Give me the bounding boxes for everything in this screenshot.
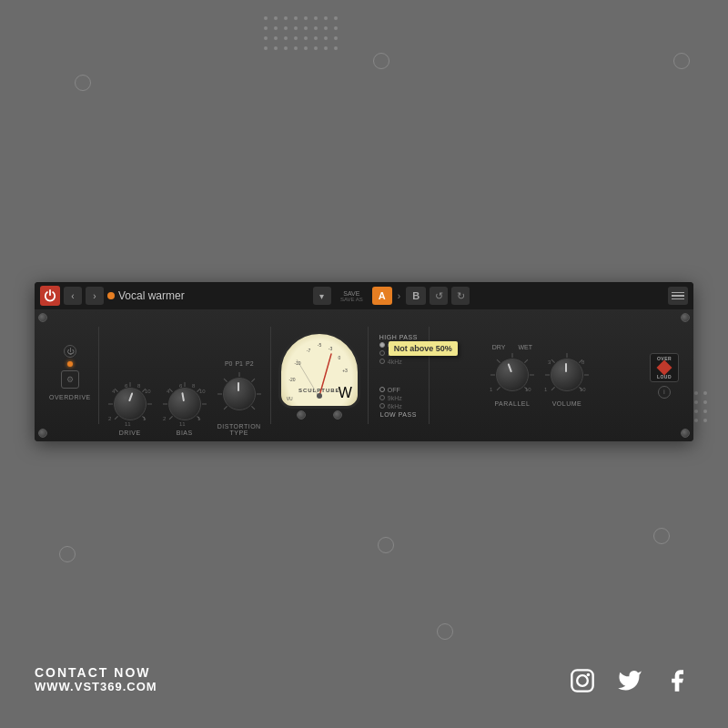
plugin-container: ‹ › Vocal warmer ▾ SAVE SAVE AS A › B ↺ …: [35, 282, 693, 441]
save-button[interactable]: SAVE SAVE AS: [340, 290, 363, 302]
decorative-dots-top: [264, 16, 341, 54]
parallel-knob[interactable]: [496, 359, 529, 391]
menu-line-2: [672, 295, 684, 297]
dist-type-knob[interactable]: [223, 378, 256, 410]
lp-off-radio: [379, 387, 385, 392]
deco-circle-3: [673, 53, 690, 69]
svg-text:1: 1: [490, 387, 493, 392]
volume-knob[interactable]: [551, 359, 583, 391]
drive-section: 2 4 6 8 10 1 11 DRIVE: [106, 315, 154, 436]
lp-off-option[interactable]: OFF: [379, 387, 400, 393]
contact-url: WWW.VST369.COM: [35, 680, 157, 693]
svg-text:2: 2: [108, 416, 112, 421]
svg-text:-7: -7: [307, 348, 311, 353]
overdrive-label: OVERDRIVE: [49, 394, 91, 400]
svg-line-45: [497, 387, 500, 390]
svg-text:11: 11: [179, 421, 186, 427]
svg-text:8: 8: [581, 359, 585, 365]
svg-text:8: 8: [137, 383, 141, 389]
svg-text:+3: +3: [342, 368, 348, 373]
ab-b-button[interactable]: B: [406, 287, 426, 305]
save-label: SAVE: [343, 290, 359, 297]
nav-prev-button[interactable]: ‹: [64, 287, 82, 305]
overloud-diamond: [657, 359, 672, 375]
dist-p0: P0: [225, 360, 233, 367]
redo-button[interactable]: ↻: [451, 287, 470, 305]
svg-text:-20: -20: [288, 377, 295, 382]
lp-9khz-text: 9kHz: [388, 395, 402, 401]
lp-6khz-radio: [379, 403, 385, 409]
vu-screw-right: [333, 410, 342, 420]
svg-line-34: [251, 406, 255, 410]
dry-wet-labels: DRY WET: [492, 344, 532, 350]
power-button[interactable]: [40, 286, 60, 306]
bias-label: BIAS: [177, 430, 193, 436]
note-label: Not above 50%: [389, 341, 458, 356]
overloud-section: OVER LOUD i: [650, 353, 679, 399]
twitter-icon[interactable]: [613, 664, 646, 697]
svg-text:-5: -5: [318, 342, 322, 348]
deco-circle-2: [373, 53, 389, 69]
deco-circle-5: [378, 537, 394, 553]
deco-circle-6: [653, 528, 670, 544]
nav-next-button[interactable]: ›: [86, 287, 104, 305]
undo-button[interactable]: ↺: [430, 287, 448, 305]
vu-vu-label: VU: [287, 396, 293, 401]
svg-line-16: [169, 389, 173, 392]
svg-text:11: 11: [125, 421, 131, 427]
dry-label: DRY: [492, 344, 506, 350]
volume-label: VOLUME: [552, 400, 582, 407]
drive-knob[interactable]: [114, 388, 147, 420]
overdrive-section: ⏻ ⚙ OVERDRIVE: [49, 345, 91, 406]
power-ring[interactable]: ⏻: [64, 345, 76, 358]
drive-knob-container: 2 4 6 8 10 1 11: [106, 380, 154, 428]
svg-line-32: [251, 379, 255, 382]
menu-button[interactable]: [668, 287, 688, 305]
settings-button[interactable]: ⚙: [61, 370, 79, 389]
svg-text:10: 10: [525, 387, 531, 392]
bias-knob[interactable]: [168, 388, 201, 420]
svg-text:1: 1: [143, 416, 147, 421]
svg-line-56: [551, 359, 555, 363]
overdrive-led: [67, 361, 73, 367]
low-pass-label: LOW PASS: [380, 411, 417, 418]
svg-text:8: 8: [192, 383, 196, 389]
instagram-icon[interactable]: [566, 664, 599, 697]
screw-bl: [38, 429, 47, 438]
dist-p2: P2: [246, 360, 254, 367]
svg-text:1: 1: [197, 416, 201, 421]
dist-label: DISTORTION TYPE: [217, 423, 261, 436]
deco-circle-1: [75, 75, 91, 91]
svg-line-47: [497, 359, 500, 363]
hp-4khz-option[interactable]: 4kHz: [379, 359, 402, 365]
preset-dropdown-button[interactable]: ▾: [313, 287, 331, 305]
lp-9khz-option[interactable]: 9kHz: [379, 395, 402, 401]
parallel-knob-wrap: DRY WET: [489, 344, 536, 407]
divider-2: [270, 327, 271, 423]
parallel-knob-container: 1 10: [489, 351, 536, 399]
svg-point-67: [587, 673, 591, 677]
high-pass-label: HIGH PASS: [379, 334, 418, 340]
vu-meter-section: -20 -10 -7 -5 -3 0 +3: [278, 331, 360, 420]
svg-rect-65: [571, 670, 592, 691]
lp-9khz-radio: [379, 395, 385, 400]
wet-label: WET: [518, 344, 532, 350]
info-button[interactable]: i: [658, 386, 671, 399]
bias-knob-container: 2 4 6 8 10 1 11: [161, 380, 208, 428]
svg-text:10: 10: [580, 387, 586, 392]
svg-line-14: [169, 416, 173, 420]
facebook-icon[interactable]: [661, 664, 693, 697]
vu-screws-row: [297, 410, 342, 420]
ab-a-button[interactable]: A: [372, 287, 392, 305]
svg-point-44: [317, 393, 322, 399]
lp-6khz-text: 6kHz: [388, 403, 402, 410]
hp-off-radio: [379, 342, 385, 348]
svg-line-49: [524, 359, 528, 363]
dist-knob-container: [216, 370, 263, 418]
preset-name: Vocal warmer: [118, 289, 309, 302]
hp-4khz-radio: [379, 359, 385, 364]
vu-w-label: W: [339, 385, 352, 401]
lp-6khz-option[interactable]: 6kHz: [379, 403, 402, 410]
menu-line-1: [672, 292, 684, 294]
screw-tr: [681, 313, 690, 322]
